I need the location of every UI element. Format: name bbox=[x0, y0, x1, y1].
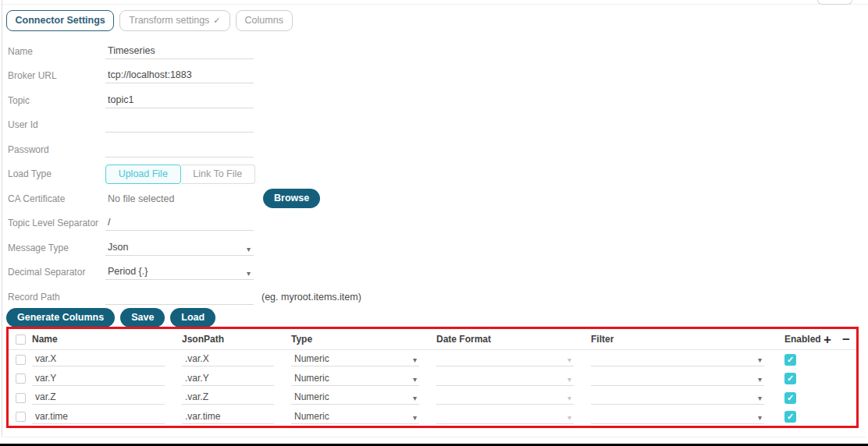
form-row-name: Name Timeseries bbox=[8, 39, 601, 64]
column-name-input[interactable]: var.time bbox=[32, 410, 165, 424]
connector-settings-page: Connector Settings Transform settings ✓ … bbox=[0, 0, 868, 446]
tab-connector-settings-label: Connector Settings bbox=[16, 16, 105, 26]
column-filter-select[interactable]: ▾ bbox=[591, 352, 764, 366]
name-input[interactable]: Timeseries bbox=[105, 44, 254, 59]
column-name-input[interactable]: var.X bbox=[32, 352, 165, 366]
tab-transform-settings[interactable]: Transform settings ✓ bbox=[119, 10, 229, 31]
header-type: Type bbox=[291, 334, 436, 345]
load-button[interactable]: Load bbox=[170, 308, 215, 327]
column-type-select[interactable]: Numeric ▾ bbox=[291, 410, 419, 424]
column-date-format-select[interactable]: ▾ bbox=[436, 391, 574, 405]
form-row-decimal-separator: Decimal Separator Period {.} ▾ bbox=[8, 260, 601, 285]
table-row: var.X .var.X Numeric ▾ ▾ ▾ ✓ bbox=[9, 350, 856, 370]
table-row: var.Y .var.Y Numeric ▾ ▾ ▾ ✓ bbox=[9, 370, 856, 389]
chevron-down-icon: ▾ bbox=[413, 354, 417, 366]
check-icon: ✓ bbox=[787, 356, 794, 364]
column-jsonpath-input[interactable]: .var.time bbox=[182, 410, 274, 424]
table-row: var.time .var.time Numeric ▾ ▾ ▾ ✓ bbox=[9, 408, 856, 427]
check-icon: ✓ bbox=[787, 374, 794, 383]
remove-column-icon[interactable]: − bbox=[838, 333, 855, 346]
column-filter-select[interactable]: ▾ bbox=[591, 391, 764, 405]
topic-input[interactable]: topic1 bbox=[105, 93, 254, 108]
header-filter: Filter bbox=[591, 334, 781, 345]
password-input[interactable] bbox=[105, 142, 254, 158]
column-type-select[interactable]: Numeric ▾ bbox=[291, 372, 419, 386]
chevron-down-icon: ▾ bbox=[413, 373, 417, 386]
record-path-input[interactable] bbox=[105, 289, 254, 305]
chevron-down-icon: ▾ bbox=[758, 392, 762, 405]
chevron-down-icon: ▾ bbox=[567, 412, 571, 424]
topic-level-separator-label: Topic Level Separator bbox=[8, 218, 105, 228]
user-id-input[interactable] bbox=[105, 117, 254, 133]
row-checkbox[interactable] bbox=[16, 393, 26, 403]
decimal-separator-select[interactable]: Period {.} ▾ bbox=[105, 264, 254, 280]
check-icon: ✓ bbox=[787, 412, 794, 421]
record-path-label: Record Path bbox=[8, 292, 105, 303]
password-label: Password bbox=[8, 144, 105, 155]
column-date-format-select[interactable]: ▾ bbox=[436, 410, 574, 424]
form-actions: Generate Columns Save Load bbox=[6, 308, 215, 327]
enabled-checkbox[interactable]: ✓ bbox=[784, 411, 796, 423]
cropped-top-button bbox=[817, 0, 852, 5]
browse-button[interactable]: Browse bbox=[263, 189, 320, 208]
form-row-load-type: Load Type Upload File Link To File bbox=[8, 162, 601, 187]
column-filter-select[interactable]: ▾ bbox=[591, 372, 764, 386]
tab-connector-settings[interactable]: Connector Settings bbox=[6, 10, 114, 31]
form-row-ca-certificate: CA Certificate No file selected Browse bbox=[8, 186, 601, 211]
form-row-record-path: Record Path (eg. myroot.items.item) bbox=[8, 285, 601, 310]
message-type-select[interactable]: Json ▾ bbox=[105, 240, 254, 256]
broker-url-input[interactable]: tcp://localhost:1883 bbox=[105, 68, 254, 83]
ca-certificate-file-status: No file selected bbox=[105, 193, 254, 204]
row-checkbox[interactable] bbox=[16, 412, 26, 422]
topic-level-separator-input[interactable]: / bbox=[105, 215, 254, 231]
check-icon: ✓ bbox=[787, 394, 794, 402]
form-row-broker-url: Broker URL tcp://localhost:1883 bbox=[8, 64, 601, 89]
column-filter-select[interactable]: ▾ bbox=[591, 410, 764, 424]
enabled-checkbox[interactable]: ✓ bbox=[784, 373, 796, 384]
name-label: Name bbox=[8, 46, 105, 57]
save-button[interactable]: Save bbox=[120, 308, 165, 327]
load-type-option-upload-file[interactable]: Upload File bbox=[105, 165, 181, 184]
chevron-down-icon: ▾ bbox=[247, 242, 251, 257]
ca-certificate-label: CA Certificate bbox=[8, 193, 105, 204]
add-column-icon[interactable]: + bbox=[817, 333, 838, 346]
connector-settings-form: Name Timeseries Broker URL tcp://localho… bbox=[8, 39, 601, 310]
column-name-input[interactable]: var.Z bbox=[32, 391, 165, 405]
column-type-value: Numeric bbox=[294, 391, 329, 402]
form-row-topic-level-separator: Topic Level Separator / bbox=[8, 211, 601, 236]
select-all-checkbox[interactable] bbox=[16, 334, 26, 345]
decimal-separator-value: Period {.} bbox=[108, 266, 148, 277]
column-date-format-select[interactable]: ▾ bbox=[436, 352, 574, 366]
chevron-down-icon: ▾ bbox=[758, 354, 762, 366]
row-checkbox[interactable] bbox=[16, 373, 26, 384]
column-date-format-select[interactable]: ▾ bbox=[436, 372, 574, 386]
checkmark-icon: ✓ bbox=[213, 16, 220, 25]
header-jsonpath: JsonPath bbox=[182, 334, 291, 345]
tab-columns-label: Columns bbox=[245, 16, 283, 26]
message-type-label: Message Type bbox=[8, 242, 105, 253]
column-type-select[interactable]: Numeric ▾ bbox=[291, 391, 419, 405]
generate-columns-button[interactable]: Generate Columns bbox=[6, 308, 115, 327]
row-checkbox[interactable] bbox=[16, 355, 26, 365]
chevron-down-icon: ▾ bbox=[758, 373, 762, 386]
header-name: Name bbox=[32, 334, 182, 345]
column-type-value: Numeric bbox=[294, 373, 329, 384]
form-row-user-id: User Id bbox=[8, 113, 601, 138]
header-date-format: Date Format bbox=[436, 334, 591, 345]
chevron-down-icon: ▾ bbox=[413, 392, 417, 405]
column-jsonpath-input[interactable]: .var.Z bbox=[182, 391, 274, 405]
header-enabled: Enabled bbox=[781, 334, 817, 345]
column-name-input[interactable]: var.Y bbox=[32, 372, 165, 386]
tab-transform-settings-label: Transform settings bbox=[129, 16, 209, 26]
load-type-option-link-to-file[interactable]: Link To File bbox=[181, 165, 256, 184]
column-jsonpath-input[interactable]: .var.Y bbox=[182, 372, 274, 386]
enabled-checkbox[interactable]: ✓ bbox=[784, 392, 796, 404]
chevron-down-icon: ▾ bbox=[413, 412, 417, 424]
enabled-checkbox[interactable]: ✓ bbox=[784, 354, 796, 366]
load-type-label: Load Type bbox=[8, 168, 105, 179]
form-row-message-type: Message Type Json ▾ bbox=[8, 235, 601, 260]
broker-url-label: Broker URL bbox=[8, 70, 105, 81]
column-type-select[interactable]: Numeric ▾ bbox=[291, 352, 419, 366]
column-jsonpath-input[interactable]: .var.X bbox=[182, 352, 274, 366]
tab-columns[interactable]: Columns bbox=[236, 10, 293, 31]
